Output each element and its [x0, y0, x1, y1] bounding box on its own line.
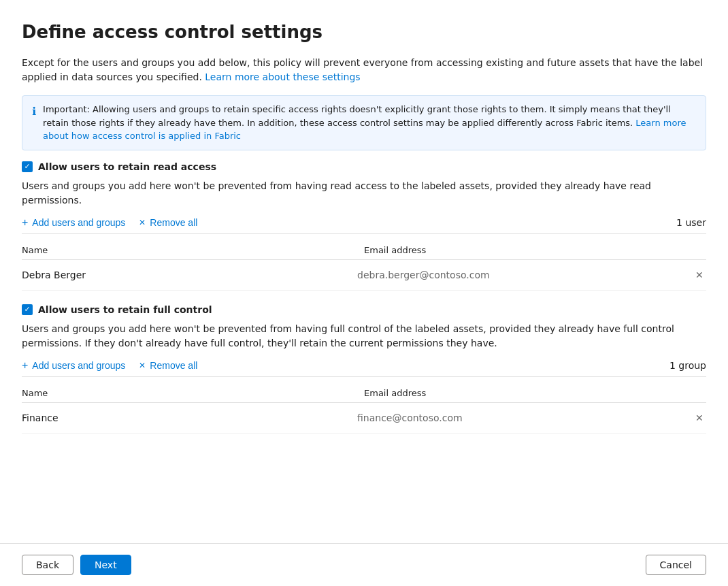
read-user-email: debra.berger@contoso.com [357, 270, 693, 280]
next-button[interactable]: Next [80, 555, 131, 575]
info-icon: ℹ [32, 103, 36, 143]
plus-icon-2: + [22, 360, 28, 371]
full-control-label: Allow users to retain full control [38, 304, 212, 315]
back-button[interactable]: Back [22, 555, 73, 575]
full-control-table-header: Name Email address [22, 384, 706, 403]
full-control-count: 1 group [669, 360, 706, 371]
read-access-add-button[interactable]: + Add users and groups [22, 217, 125, 228]
full-control-col-email: Email address [364, 388, 706, 398]
plus-icon: + [22, 217, 28, 228]
full-control-group-name: Finance [22, 412, 357, 423]
read-access-checkbox[interactable] [22, 161, 33, 172]
read-access-label: Allow users to retain read access [38, 161, 216, 172]
read-access-description: Users and groups you add here won't be p… [22, 179, 706, 208]
read-user-name: Debra Berger [22, 270, 357, 280]
footer-left: Back Next [22, 555, 131, 575]
x-small-icon: ✕ [139, 218, 146, 227]
full-control-description: Users and groups you add here won't be p… [22, 322, 706, 351]
read-access-count: 1 user [676, 217, 706, 228]
x-small-icon-2: ✕ [139, 361, 146, 370]
table-row: Finance finance@contoso.com ✕ [22, 403, 706, 434]
full-control-remove-all-button[interactable]: ✕ Remove all [139, 360, 197, 371]
info-box-text: Important: Allowing users and groups to … [43, 103, 696, 143]
read-access-col-email: Email address [364, 245, 706, 255]
read-access-checkbox-row: Allow users to retain read access [22, 161, 706, 172]
read-user-remove-button[interactable]: ✕ [693, 267, 706, 283]
read-access-toolbar: + Add users and groups ✕ Remove all 1 us… [22, 217, 706, 234]
full-control-checkbox[interactable] [22, 304, 33, 315]
table-row: Debra Berger debra.berger@contoso.com ✕ [22, 260, 706, 291]
learn-more-link[interactable]: Learn more about these settings [205, 71, 360, 82]
page-title: Define access control settings [22, 22, 706, 42]
full-control-add-button[interactable]: + Add users and groups [22, 360, 125, 371]
footer: Back Next Cancel [0, 543, 728, 586]
full-control-col-name: Name [22, 388, 364, 398]
cancel-button[interactable]: Cancel [646, 555, 706, 575]
full-control-toolbar-left: + Add users and groups ✕ Remove all [22, 360, 197, 371]
full-control-toolbar: + Add users and groups ✕ Remove all 1 gr… [22, 360, 706, 377]
read-access-remove-all-button[interactable]: ✕ Remove all [139, 217, 197, 228]
intro-text: Except for the users and groups you add … [22, 56, 706, 84]
read-access-col-name: Name [22, 245, 364, 255]
read-access-toolbar-left: + Add users and groups ✕ Remove all [22, 217, 197, 228]
full-control-group-remove-button[interactable]: ✕ [693, 410, 706, 426]
info-box: ℹ Important: Allowing users and groups t… [22, 95, 706, 150]
read-access-table-header: Name Email address [22, 241, 706, 260]
full-control-group-email: finance@contoso.com [357, 412, 693, 423]
full-control-checkbox-row: Allow users to retain full control [22, 304, 706, 315]
